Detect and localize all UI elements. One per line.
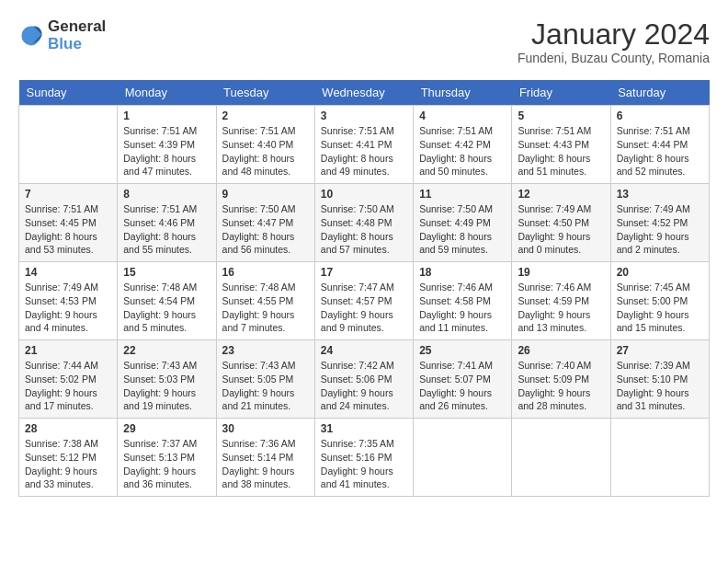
- sunset-text: Sunset: 4:39 PM: [123, 138, 210, 152]
- day-info: Sunrise: 7:35 AM Sunset: 5:16 PM Dayligh…: [321, 437, 407, 491]
- day-info: Sunrise: 7:44 AM Sunset: 5:02 PM Dayligh…: [25, 359, 111, 413]
- day-number: 9: [222, 188, 309, 201]
- day-info: Sunrise: 7:47 AM Sunset: 4:57 PM Dayligh…: [321, 281, 407, 335]
- day-info: Sunrise: 7:50 AM Sunset: 4:48 PM Dayligh…: [321, 202, 407, 257]
- logo: General Blue: [18, 18, 106, 52]
- sunset-text: Sunset: 5:16 PM: [321, 451, 407, 465]
- day-number: 4: [419, 109, 506, 122]
- sunrise-text: Sunrise: 7:51 AM: [321, 124, 407, 138]
- day-info: Sunrise: 7:45 AM Sunset: 5:00 PM Dayligh…: [617, 281, 703, 335]
- week-row-2: 7 Sunrise: 7:51 AM Sunset: 4:45 PM Dayli…: [19, 184, 710, 262]
- day-info: Sunrise: 7:36 AM Sunset: 5:14 PM Dayligh…: [222, 437, 309, 491]
- day-number: 16: [222, 266, 309, 279]
- sunrise-text: Sunrise: 7:35 AM: [321, 437, 407, 451]
- sunset-text: Sunset: 5:03 PM: [123, 373, 210, 386]
- sunrise-text: Sunrise: 7:51 AM: [222, 124, 309, 138]
- calendar-cell: 11 Sunrise: 7:50 AM Sunset: 4:49 PM Dayl…: [414, 184, 512, 262]
- calendar-cell: 3 Sunrise: 7:51 AM Sunset: 4:41 PM Dayli…: [314, 106, 413, 184]
- day-number: 10: [321, 188, 407, 201]
- sunset-text: Sunset: 4:43 PM: [518, 138, 604, 152]
- sunrise-text: Sunrise: 7:45 AM: [617, 281, 703, 294]
- daylight-text: Daylight: 9 hours and 33 minutes.: [25, 465, 111, 491]
- sunrise-text: Sunrise: 7:41 AM: [419, 359, 506, 373]
- sunrise-text: Sunrise: 7:46 AM: [419, 281, 506, 294]
- day-number: 17: [321, 266, 407, 279]
- sunrise-text: Sunrise: 7:51 AM: [123, 202, 210, 216]
- sunrise-text: Sunrise: 7:38 AM: [25, 437, 111, 451]
- day-number: 29: [123, 422, 210, 435]
- day-number: 5: [518, 109, 604, 122]
- logo-blue: Blue: [48, 35, 82, 52]
- calendar-cell: 26 Sunrise: 7:40 AM Sunset: 5:09 PM Dayl…: [512, 340, 610, 419]
- header-cell-friday: Friday: [512, 80, 610, 106]
- day-number: 26: [518, 344, 604, 357]
- calendar-cell: 1 Sunrise: 7:51 AM Sunset: 4:39 PM Dayli…: [118, 106, 216, 184]
- calendar-cell: 5 Sunrise: 7:51 AM Sunset: 4:43 PM Dayli…: [512, 106, 610, 184]
- sunrise-text: Sunrise: 7:46 AM: [518, 281, 604, 294]
- sunrise-text: Sunrise: 7:49 AM: [25, 281, 111, 294]
- daylight-text: Daylight: 8 hours and 56 minutes.: [222, 230, 309, 257]
- daylight-text: Daylight: 9 hours and 28 minutes.: [518, 386, 604, 413]
- sunset-text: Sunset: 4:46 PM: [123, 216, 210, 230]
- daylight-text: Daylight: 8 hours and 57 minutes.: [321, 230, 407, 257]
- sunset-text: Sunset: 4:52 PM: [617, 216, 703, 230]
- day-number: 2: [222, 109, 309, 122]
- day-number: 8: [123, 188, 210, 201]
- calendar-cell: 12 Sunrise: 7:49 AM Sunset: 4:50 PM Dayl…: [512, 184, 610, 262]
- daylight-text: Daylight: 8 hours and 55 minutes.: [123, 230, 210, 257]
- sunset-text: Sunset: 4:48 PM: [321, 216, 407, 230]
- sunset-text: Sunset: 4:53 PM: [25, 294, 111, 308]
- header-cell-sunday: Sunday: [19, 80, 118, 106]
- calendar-cell: 29 Sunrise: 7:37 AM Sunset: 5:13 PM Dayl…: [118, 419, 216, 497]
- day-number: 1: [123, 109, 210, 122]
- calendar-cell: 7 Sunrise: 7:51 AM Sunset: 4:45 PM Dayli…: [19, 184, 118, 262]
- calendar-cell: 25 Sunrise: 7:41 AM Sunset: 5:07 PM Dayl…: [414, 340, 512, 419]
- day-info: Sunrise: 7:38 AM Sunset: 5:12 PM Dayligh…: [25, 437, 111, 491]
- day-number: 23: [222, 344, 309, 357]
- calendar-cell: 17 Sunrise: 7:47 AM Sunset: 4:57 PM Dayl…: [314, 262, 413, 340]
- sunset-text: Sunset: 5:05 PM: [222, 373, 309, 386]
- day-info: Sunrise: 7:39 AM Sunset: 5:10 PM Dayligh…: [617, 359, 703, 413]
- sunset-text: Sunset: 5:02 PM: [25, 373, 111, 386]
- daylight-text: Daylight: 8 hours and 50 minutes.: [419, 152, 506, 178]
- header-cell-tuesday: Tuesday: [216, 80, 314, 106]
- week-row-4: 21 Sunrise: 7:44 AM Sunset: 5:02 PM Dayl…: [19, 340, 710, 419]
- daylight-text: Daylight: 9 hours and 4 minutes.: [25, 308, 111, 335]
- sunrise-text: Sunrise: 7:39 AM: [617, 359, 703, 373]
- week-row-3: 14 Sunrise: 7:49 AM Sunset: 4:53 PM Dayl…: [19, 262, 710, 340]
- calendar-cell: 6 Sunrise: 7:51 AM Sunset: 4:44 PM Dayli…: [610, 106, 709, 184]
- daylight-text: Daylight: 8 hours and 48 minutes.: [222, 152, 309, 178]
- calendar-cell: 20 Sunrise: 7:45 AM Sunset: 5:00 PM Dayl…: [610, 262, 709, 340]
- daylight-text: Daylight: 9 hours and 36 minutes.: [123, 465, 210, 491]
- day-info: Sunrise: 7:51 AM Sunset: 4:40 PM Dayligh…: [222, 124, 309, 178]
- day-info: Sunrise: 7:37 AM Sunset: 5:13 PM Dayligh…: [123, 437, 210, 491]
- daylight-text: Daylight: 8 hours and 59 minutes.: [419, 230, 506, 257]
- title-section: January 2024 Fundeni, Buzau County, Roma…: [518, 18, 710, 65]
- daylight-text: Daylight: 9 hours and 21 minutes.: [222, 386, 309, 413]
- day-info: Sunrise: 7:46 AM Sunset: 4:59 PM Dayligh…: [518, 281, 604, 335]
- calendar-cell: 28 Sunrise: 7:38 AM Sunset: 5:12 PM Dayl…: [19, 419, 118, 497]
- day-number: 28: [25, 422, 111, 435]
- sunrise-text: Sunrise: 7:51 AM: [518, 124, 604, 138]
- sunset-text: Sunset: 5:12 PM: [25, 451, 111, 465]
- daylight-text: Daylight: 9 hours and 7 minutes.: [222, 308, 309, 335]
- sunset-text: Sunset: 5:07 PM: [419, 373, 506, 386]
- sunrise-text: Sunrise: 7:51 AM: [25, 202, 111, 216]
- day-number: 25: [419, 344, 506, 357]
- daylight-text: Daylight: 8 hours and 51 minutes.: [518, 152, 604, 178]
- calendar-cell: 2 Sunrise: 7:51 AM Sunset: 4:40 PM Dayli…: [216, 106, 314, 184]
- day-info: Sunrise: 7:51 AM Sunset: 4:44 PM Dayligh…: [617, 124, 703, 178]
- page-header: General Blue January 2024 Fundeni, Buzau…: [18, 18, 710, 65]
- calendar-cell: [512, 419, 610, 497]
- day-info: Sunrise: 7:51 AM Sunset: 4:43 PM Dayligh…: [518, 124, 604, 178]
- calendar-table: SundayMondayTuesdayWednesdayThursdayFrid…: [18, 80, 710, 497]
- header-row: SundayMondayTuesdayWednesdayThursdayFrid…: [19, 80, 710, 106]
- daylight-text: Daylight: 8 hours and 49 minutes.: [321, 152, 407, 178]
- sunset-text: Sunset: 4:42 PM: [419, 138, 506, 152]
- calendar-cell: 27 Sunrise: 7:39 AM Sunset: 5:10 PM Dayl…: [610, 340, 709, 419]
- month-title: January 2024: [518, 18, 710, 51]
- sunset-text: Sunset: 4:57 PM: [321, 294, 407, 308]
- daylight-text: Daylight: 8 hours and 53 minutes.: [25, 230, 111, 257]
- calendar-cell: 18 Sunrise: 7:46 AM Sunset: 4:58 PM Dayl…: [414, 262, 512, 340]
- calendar-cell: 30 Sunrise: 7:36 AM Sunset: 5:14 PM Dayl…: [216, 419, 314, 497]
